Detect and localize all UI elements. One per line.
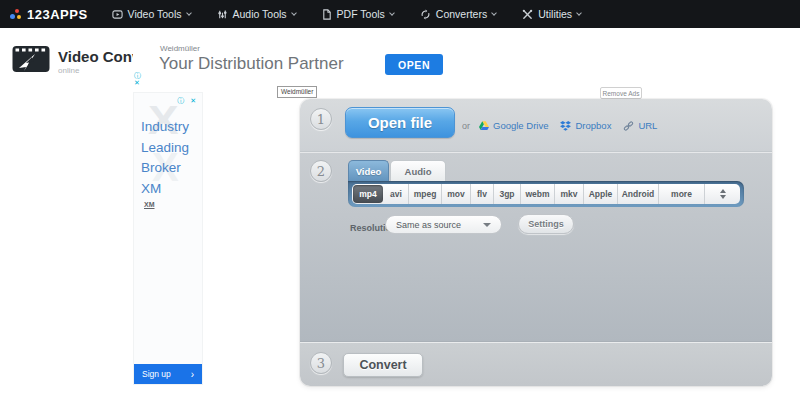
dropbox-link[interactable]: Dropbox [560, 120, 611, 131]
dropdown-arrow-icon [483, 223, 491, 227]
resolution-select[interactable]: Same as source [385, 215, 502, 234]
converters-icon [420, 9, 431, 20]
chevron-down-icon [186, 10, 192, 16]
video-converter-icon [12, 44, 50, 74]
ad-advertiser-link[interactable]: XM [144, 201, 155, 208]
url-link[interactable]: URL [623, 120, 657, 131]
ad-signup-button[interactable]: Sign up › [134, 364, 202, 384]
convert-button[interactable]: Convert [343, 353, 423, 377]
format-flv[interactable]: flv [471, 184, 494, 204]
open-file-button[interactable]: Open file [345, 107, 455, 138]
format-mkv[interactable]: mkv [555, 184, 584, 204]
remove-ads-button[interactable]: Remove Ads [600, 87, 642, 99]
format-mpeg[interactable]: mpeg [409, 184, 442, 204]
step-3-badge: 3 [310, 352, 332, 374]
tab-audio[interactable]: Audio [390, 160, 446, 181]
123apps-logo-icon [10, 8, 22, 20]
step-2-badge: 2 [310, 160, 332, 182]
tab-video[interactable]: Video [348, 160, 389, 181]
sidebar-ad[interactable]: X X ⓘ ✕ Industry Leading Broker XM XM Si… [133, 92, 203, 385]
audio-tools-icon [217, 9, 228, 20]
step-1-badge: 1 [310, 108, 332, 130]
format-more[interactable]: more [659, 184, 705, 204]
ad-advertiser: Weidmüller [160, 44, 200, 53]
format-avi[interactable]: avi [384, 184, 409, 204]
format-mov[interactable]: mov [442, 184, 471, 204]
ad-tooltip: Weidmüller [277, 86, 317, 98]
settings-button[interactable]: Settings [518, 214, 574, 234]
converter-panel: 1 2 3 Open file or Google Drive Dropbox [300, 99, 772, 386]
format-apple[interactable]: Apple [584, 184, 618, 204]
utilities-icon [522, 9, 533, 20]
nav-pdf-tools[interactable]: PDF Tools [322, 8, 394, 20]
ad-close-icon[interactable]: ✕ [134, 79, 141, 86]
nav-converters[interactable]: Converters [420, 8, 496, 20]
ad-headline: Your Distribution Partner [159, 54, 344, 74]
nav-audio-tools[interactable]: Audio Tools [217, 8, 296, 20]
ad-headline: Industry Leading Broker XM [141, 117, 189, 199]
top-navigation-bar: 123APPS Video Tools Audio Tools PDF Tool… [0, 0, 800, 28]
chevron-down-icon [491, 10, 497, 16]
chevron-right-icon: › [191, 369, 194, 380]
google-drive-icon [479, 121, 489, 130]
nav-utilities[interactable]: Utilities [522, 8, 581, 20]
chevron-down-icon [576, 10, 582, 16]
adchoices-info-icon[interactable]: ⓘ [134, 72, 141, 79]
spinner-down-icon [720, 195, 726, 199]
format-android[interactable]: Android [618, 184, 659, 204]
format-bar: mp4 avi mpeg mov flv 3gp webm mkv Apple … [348, 181, 744, 207]
top-banner-ad[interactable]: Weidmüller Your Distribution Partner OPE… [133, 40, 456, 86]
123apps-logo[interactable]: 123APPS [27, 7, 88, 22]
ad-close-icon[interactable]: ✕ [190, 97, 198, 104]
link-icon [623, 121, 634, 131]
chevron-down-icon [291, 10, 297, 16]
nav-video-tools[interactable]: Video Tools [112, 8, 191, 20]
adchoices-info-icon[interactable]: ⓘ [177, 97, 186, 104]
video-tools-icon [112, 9, 123, 20]
ad-open-button[interactable]: OPEN [385, 54, 443, 75]
spinner-up-icon [720, 189, 726, 193]
google-drive-link[interactable]: Google Drive [479, 120, 548, 131]
format-mp4[interactable]: mp4 [353, 185, 383, 203]
dropbox-icon [560, 121, 571, 131]
chevron-down-icon [389, 10, 395, 16]
or-label: or [462, 121, 470, 131]
pdf-tools-icon [322, 9, 332, 20]
format-3gp[interactable]: 3gp [494, 184, 521, 204]
format-spinner[interactable] [705, 184, 740, 204]
format-webm[interactable]: webm [521, 184, 555, 204]
